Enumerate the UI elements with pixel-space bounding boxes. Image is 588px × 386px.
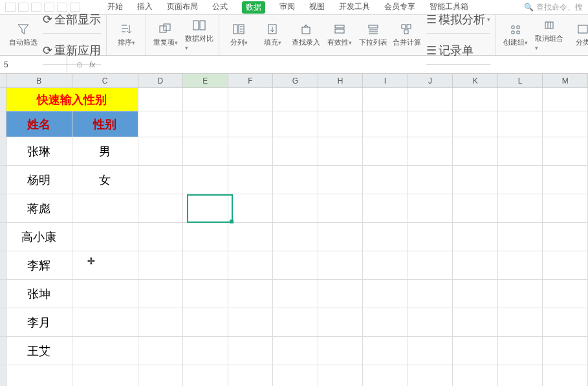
cell[interactable] xyxy=(408,137,453,165)
cell[interactable] xyxy=(138,337,184,365)
row-header[interactable] xyxy=(0,111,6,137)
cell[interactable] xyxy=(498,137,543,165)
col-header[interactable]: E xyxy=(183,74,228,88)
gender-cell[interactable] xyxy=(72,194,138,222)
cell[interactable] xyxy=(318,308,364,336)
recordform-button[interactable]: ☰记录单 xyxy=(426,36,490,65)
cell[interactable] xyxy=(453,365,498,386)
col-header[interactable]: L xyxy=(498,74,543,88)
cell[interactable] xyxy=(498,337,543,365)
qat-icon[interactable] xyxy=(70,3,80,12)
cell[interactable] xyxy=(363,137,408,165)
tab-member[interactable]: 会员专享 xyxy=(384,1,415,14)
col-header[interactable]: H xyxy=(318,74,364,88)
gender-cell[interactable] xyxy=(72,223,138,251)
tab-pagelayout[interactable]: 页面布局 xyxy=(167,1,198,14)
cell[interactable] xyxy=(543,88,588,111)
row-header[interactable] xyxy=(0,308,6,336)
cell[interactable] xyxy=(183,365,228,386)
col-header[interactable]: G xyxy=(273,74,318,88)
cell[interactable] xyxy=(228,111,274,137)
cell[interactable] xyxy=(273,223,318,251)
cell[interactable] xyxy=(183,223,228,251)
cell[interactable] xyxy=(408,280,453,308)
cell[interactable] xyxy=(318,337,364,365)
row-header[interactable] xyxy=(0,166,6,194)
cell[interactable] xyxy=(318,365,364,386)
cell[interactable] xyxy=(273,194,318,222)
simanalysis-button[interactable]: ☰模拟分析▾ xyxy=(426,5,490,34)
qat-icon[interactable] xyxy=(44,3,54,12)
cell[interactable] xyxy=(183,308,228,336)
qat-icon[interactable] xyxy=(57,3,67,12)
cell[interactable] xyxy=(453,251,498,279)
tab-devtools[interactable]: 开发工具 xyxy=(339,1,370,14)
cell[interactable] xyxy=(498,223,543,251)
cell[interactable] xyxy=(453,280,498,308)
sort-button[interactable]: 排序▾ xyxy=(112,23,140,47)
cell[interactable] xyxy=(363,251,408,279)
cell[interactable] xyxy=(183,88,228,111)
header-name-cell[interactable]: 姓名 xyxy=(6,111,72,137)
classify-button[interactable]: 分类 xyxy=(569,23,588,47)
consolidate-button[interactable]: 合并计算 xyxy=(393,23,421,47)
cell[interactable] xyxy=(273,280,318,308)
fx-icon[interactable]: fx xyxy=(89,60,95,69)
cell[interactable] xyxy=(363,223,408,251)
cell[interactable] xyxy=(138,137,184,165)
cell[interactable] xyxy=(138,194,184,222)
gender-cell[interactable] xyxy=(72,337,138,365)
cell[interactable] xyxy=(363,308,408,336)
cell[interactable] xyxy=(543,308,588,336)
cell[interactable] xyxy=(318,251,364,279)
cell[interactable] xyxy=(453,137,498,165)
cell[interactable] xyxy=(273,251,318,279)
cell[interactable] xyxy=(408,111,453,137)
cell[interactable] xyxy=(183,111,228,137)
row-header[interactable] xyxy=(0,88,6,111)
cell[interactable] xyxy=(408,194,453,222)
cell[interactable] xyxy=(498,365,543,386)
name-box-dropdown-icon[interactable]: ⊙ xyxy=(76,60,83,69)
col-header[interactable]: B xyxy=(6,74,72,88)
tab-view[interactable]: 视图 xyxy=(309,1,325,14)
cell[interactable] xyxy=(183,280,228,308)
cell[interactable] xyxy=(72,365,138,386)
cell[interactable] xyxy=(453,111,498,137)
cell[interactable] xyxy=(408,223,453,251)
cell[interactable] xyxy=(543,194,588,222)
cell[interactable] xyxy=(453,223,498,251)
row-header[interactable] xyxy=(0,280,6,308)
tab-review[interactable]: 审阅 xyxy=(279,1,295,14)
gender-cell[interactable] xyxy=(72,280,138,308)
cell[interactable] xyxy=(498,88,543,111)
fill-button[interactable]: 填充▾ xyxy=(258,23,287,47)
cell[interactable] xyxy=(228,137,274,165)
col-header[interactable]: I xyxy=(363,74,408,88)
cell[interactable] xyxy=(363,111,408,137)
cell[interactable] xyxy=(228,223,274,251)
cell[interactable] xyxy=(228,308,274,336)
cell[interactable] xyxy=(453,308,498,336)
cell[interactable] xyxy=(228,337,274,365)
gender-cell[interactable] xyxy=(72,308,138,336)
cell[interactable] xyxy=(318,166,364,194)
cell[interactable] xyxy=(408,166,453,194)
findinput-button[interactable]: 查找录入 xyxy=(292,23,320,47)
cell[interactable] xyxy=(138,88,184,111)
cell[interactable] xyxy=(138,166,184,194)
cell[interactable] xyxy=(318,137,364,165)
cell[interactable] xyxy=(318,223,364,251)
cell[interactable] xyxy=(6,365,72,386)
cell[interactable] xyxy=(498,280,543,308)
cell[interactable] xyxy=(318,194,364,222)
cell[interactable] xyxy=(138,308,184,336)
row-header[interactable] xyxy=(0,251,6,279)
cell[interactable] xyxy=(183,166,228,194)
gender-cell[interactable] xyxy=(72,251,138,279)
cell[interactable] xyxy=(543,137,588,165)
qat-icon[interactable] xyxy=(5,3,16,12)
cell[interactable] xyxy=(183,337,228,365)
cell[interactable] xyxy=(453,337,498,365)
col-header[interactable]: C xyxy=(72,74,138,88)
